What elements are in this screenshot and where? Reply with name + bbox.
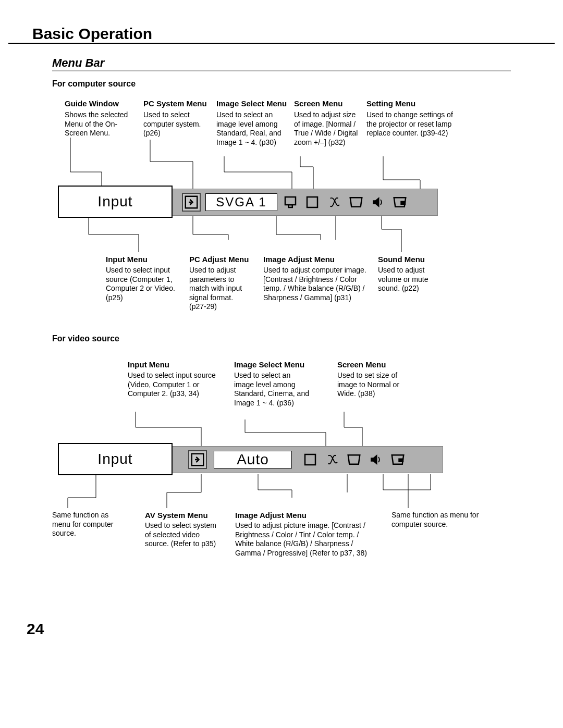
callout-guide-window-title: Guide Window [65, 99, 119, 108]
callout-av-system-desc: Used to select system of selected video … [145, 521, 218, 549]
callout-pc-adjust-title: PC Adjust Menu [189, 255, 249, 264]
callout-sound-menu-desc: Used to adjust volume or mute sound. (p2… [378, 266, 438, 293]
callout-v-screen-menu-desc: Used to set size of image to Normal or W… [337, 371, 405, 399]
callout-pc-system-desc: Used to select computer system. (p26) [143, 110, 209, 138]
svg-rect-4 [400, 201, 406, 205]
image-adjust-icon[interactable] [325, 193, 344, 212]
callout-v-image-adjust-title: Image Adjust Menu [235, 511, 307, 520]
callout-v-image-select-desc: Used to select an image level among Stan… [234, 371, 310, 408]
svg-rect-2 [288, 205, 292, 207]
svg-rect-1 [285, 197, 296, 205]
v-image-adjust-icon[interactable] [323, 450, 341, 469]
callout-input-menu-title: Input Menu [106, 255, 148, 264]
callout-screen-menu-desc: Used to adjust size of image. [Normal / … [294, 110, 362, 147]
callout-v-input-menu-title: Input Menu [128, 360, 169, 369]
v-sound-menu-icon[interactable] [366, 450, 385, 469]
section-title: Menu Bar [52, 56, 104, 70]
callout-image-adjust-title: Image Adjust Menu [263, 255, 335, 264]
sound-menu-icon[interactable] [369, 193, 387, 212]
v-setting-menu-icon[interactable] [388, 450, 407, 469]
callout-setting-menu-title: Setting Menu [366, 99, 415, 108]
for-video-source-heading: For video source [52, 334, 119, 343]
callout-sound-menu-title: Sound Menu [378, 255, 425, 264]
menubar-video: Input Auto [60, 446, 443, 473]
divider-rule [8, 43, 555, 44]
callout-image-select-title: Image Select Menu [216, 99, 287, 108]
setting-menu-icon[interactable] [390, 193, 409, 212]
grey-rule [52, 70, 511, 71]
callout-pc-system-title: PC System Menu [143, 99, 207, 108]
page-title: Basic Operation [32, 25, 152, 43]
menubar-system-box[interactable]: SVGA 1 [205, 193, 277, 211]
callout-v-image-select-title: Image Select Menu [234, 360, 304, 369]
menubar-v-input-box[interactable]: Input [58, 443, 173, 475]
for-computer-source-heading: For computer source [52, 79, 136, 89]
svg-rect-3 [307, 197, 317, 207]
callout-v-right-note: Same function as menu for computer sourc… [391, 511, 483, 529]
callout-screen-menu-title: Screen Menu [294, 99, 342, 108]
v-image-select-icon[interactable] [301, 450, 320, 469]
callout-v-input-menu-desc: Used to select input source (Video, Comp… [128, 371, 227, 399]
menubar-computer: Input SVGA 1 [60, 189, 438, 216]
callout-av-system-title: AV System Menu [145, 511, 208, 520]
page-number: 24 [27, 620, 44, 638]
callout-pc-adjust-desc: Used to adjust parameters to match with … [189, 266, 247, 312]
callout-input-menu-desc: Used to select input source (Computer 1,… [106, 266, 184, 302]
input-menu-icon[interactable] [182, 193, 201, 212]
callout-v-screen-menu-title: Screen Menu [337, 360, 386, 369]
pc-adjust-icon[interactable] [281, 193, 300, 212]
menubar-input-box[interactable]: Input [58, 186, 173, 218]
callout-v-image-adjust-desc: Used to adjust picture image. [Contrast … [235, 521, 368, 558]
svg-rect-7 [398, 459, 403, 463]
v-screen-menu-icon[interactable] [345, 450, 363, 469]
image-select-icon[interactable] [303, 193, 322, 212]
v-input-menu-icon[interactable] [188, 450, 207, 469]
callout-setting-menu-desc: Used to change settings of the projector… [366, 110, 458, 138]
callout-guide-window-desc: Shows the selected Menu of the On-Screen… [65, 110, 135, 138]
callout-image-select-desc: Used to select an image level among Stan… [216, 110, 287, 147]
callout-v-left-note: Same function as menu for computer sourc… [52, 511, 125, 538]
menubar-v-system-box[interactable]: Auto [214, 451, 292, 468]
svg-rect-6 [305, 454, 315, 465]
screen-menu-icon[interactable] [347, 193, 365, 212]
callout-image-adjust-desc: Used to adjust computer image. [Contrast… [263, 266, 375, 302]
